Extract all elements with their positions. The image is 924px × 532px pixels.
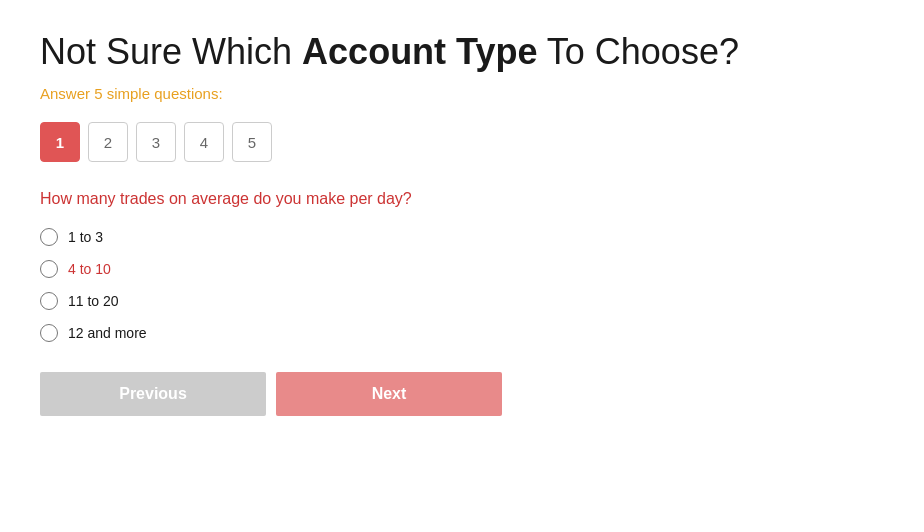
options-list: 1 to 3 4 to 10 11 to 20 12 and more bbox=[40, 228, 884, 342]
title-bold: Account Type bbox=[302, 31, 537, 72]
step-1[interactable]: 1 bbox=[40, 122, 80, 162]
option-3-label: 11 to 20 bbox=[68, 293, 119, 309]
step-4[interactable]: 4 bbox=[184, 122, 224, 162]
option-2-label: 4 to 10 bbox=[68, 261, 111, 277]
step-5[interactable]: 5 bbox=[232, 122, 272, 162]
option-3[interactable]: 11 to 20 bbox=[40, 292, 884, 310]
option-4-label: 12 and more bbox=[68, 325, 147, 341]
navigation-buttons: Previous Next bbox=[40, 372, 884, 416]
step-3[interactable]: 3 bbox=[136, 122, 176, 162]
option-2-radio[interactable] bbox=[40, 260, 58, 278]
page-title: Not Sure Which Account Type To Choose? bbox=[40, 30, 884, 73]
title-end: To Choose? bbox=[537, 31, 738, 72]
option-1[interactable]: 1 to 3 bbox=[40, 228, 884, 246]
option-3-radio[interactable] bbox=[40, 292, 58, 310]
option-4[interactable]: 12 and more bbox=[40, 324, 884, 342]
step-2[interactable]: 2 bbox=[88, 122, 128, 162]
option-1-radio[interactable] bbox=[40, 228, 58, 246]
option-4-radio[interactable] bbox=[40, 324, 58, 342]
previous-button[interactable]: Previous bbox=[40, 372, 266, 416]
title-start: Not Sure Which bbox=[40, 31, 302, 72]
next-button[interactable]: Next bbox=[276, 372, 502, 416]
option-1-label: 1 to 3 bbox=[68, 229, 103, 245]
step-indicators: 1 2 3 4 5 bbox=[40, 122, 884, 162]
option-2[interactable]: 4 to 10 bbox=[40, 260, 884, 278]
question-text: How many trades on average do you make p… bbox=[40, 190, 884, 208]
subtitle: Answer 5 simple questions: bbox=[40, 85, 884, 102]
